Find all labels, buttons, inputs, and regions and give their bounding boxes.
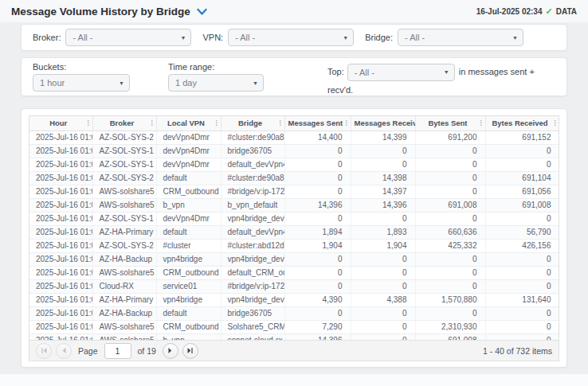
table-body: 2025-Jul-16 01:00AZ-SOL-SYS-2devVpn4Dmr#… [29,131,559,340]
table-cell: 426,156 [485,239,559,252]
column-menu-icon[interactable]: ⋮ [149,119,155,127]
table-cell: default_devVpn4Dmr [221,158,284,171]
table-cell: 691,152 [485,131,559,144]
column-header-label: Hour [49,119,67,127]
column-menu-icon[interactable]: ⋮ [85,119,91,127]
table-cell: vpn4bridge [156,252,221,266]
next-page-button[interactable] [163,343,178,359]
table-cell: 0 [284,306,351,320]
table-cell: 2025-Jul-16 01:00 [29,293,92,306]
previous-page-button[interactable] [56,343,72,359]
table-row[interactable]: 2025-Jul-16 01:00AWS-solshare5CRM_outbou… [29,266,559,279]
table-cell: 2025-Jul-16 01:00 [29,198,92,212]
table-row[interactable]: 2025-Jul-16 01:00AZ-SOL-SYS-1devVpn4Dmrv… [29,212,559,225]
table-cell: #cluster:abd12d5faf6 [221,239,284,252]
table-row[interactable]: 2025-Jul-16 01:00AZ-SOL-SYS-1devVpn4Dmrb… [29,144,559,158]
table-cell: 2025-Jul-16 01:00 [29,333,92,340]
column-header-local-vpn[interactable]: Local VPN⋮ [156,116,221,131]
table-row[interactable]: 2025-Jul-16 01:00AZ-SOL-SYS-1devVpn4Dmrd… [29,158,559,171]
table-cell: 691,008 [415,333,485,340]
table-cell: connet-cloud-rx [221,333,284,340]
buckets-dropdown[interactable]: 1 hour ▼ [33,74,130,92]
table-cell: 1,904 [284,239,351,252]
table-cell: AZ-HA-Primary [92,293,156,306]
table-cell: 14,400 [284,131,351,144]
table-row[interactable]: 2025-Jul-16 01:00AZ-HA-Backupvpn4bridgev… [29,252,559,266]
table-cell: devVpn4Dmr [156,131,221,144]
table-cell: 14,398 [351,171,415,185]
title-bar: Message Volume History by Bridge 16-Jul-… [0,0,588,22]
vpn-dropdown[interactable]: - All - ▼ [228,29,354,46]
table-cell: 2025-Jul-16 01:00 [29,306,92,320]
table-cell: AZ-SOL-SYS-2 [92,171,156,185]
table-cell: AZ-HA-Backup [92,306,156,320]
table-row[interactable]: 2025-Jul-16 01:00AWS-solshare5b_vpnconne… [29,333,559,340]
table-cell: AWS-solshare5 [92,185,156,198]
table-row[interactable]: 2025-Jul-16 01:00AZ-HA-Primarydefaultdef… [29,225,559,239]
table-row[interactable]: 2025-Jul-16 01:00AZ-HA-Primaryvpn4bridge… [29,293,559,306]
page-number-input[interactable] [104,343,131,359]
dropdown-arrow-icon: ▼ [512,35,518,41]
column-menu-icon[interactable]: ⋮ [343,119,349,127]
column-header-messages-sent[interactable]: Messages Sent⋮ [284,116,351,131]
table-cell: devVpn4Dmr [156,158,221,171]
table-row[interactable]: 2025-Jul-16 01:00Cloud-RXservice01#bridg… [29,279,559,293]
column-header-label: Local VPN [167,119,205,127]
grid-scroll-area[interactable]: Hour⋮Broker⋮Local VPN⋮Bridge⋮Messages Se… [29,116,559,340]
top-label: Top: [327,67,344,76]
chevron-down-icon[interactable] [197,8,207,16]
table-cell: 7,290 [284,320,351,333]
bridge-dropdown[interactable]: - All - ▼ [398,29,523,46]
table-cell: default_CRM_outbound [221,266,284,279]
data-grid: Hour⋮Broker⋮Local VPN⋮Bridge⋮Messages Se… [29,115,559,361]
table-cell: 0 [351,306,415,320]
table-row[interactable]: 2025-Jul-16 01:00AZ-SOL-SYS-2devVpn4Dmr#… [29,131,559,144]
filter-panel-options: Buckets: 1 hour ▼ Time range: 1 day ▼ To… [21,57,567,96]
column-menu-icon[interactable]: ⋮ [478,119,484,127]
column-menu-icon[interactable]: ⋮ [214,119,219,127]
table-cell: 2,310,930 [415,320,485,333]
column-header-hour[interactable]: Hour⋮ [29,116,92,131]
broker-dropdown[interactable]: - All - ▼ [65,29,191,46]
table-cell: 14,396 [284,198,351,212]
table-cell: 4,390 [284,293,351,306]
top-dropdown[interactable]: - All - ▼ [347,64,455,81]
table-cell: 0 [415,212,485,225]
filter-panel-top: Broker: - All - ▼ VPN: - All - ▼ Bridge:… [21,24,567,51]
table-cell: 0 [284,185,351,198]
buckets-label: Buckets: [33,62,168,72]
table-cell: 0 [485,306,559,320]
column-header-bridge[interactable]: Bridge⋮ [221,116,284,131]
table-cell: vpn4bridge_devVpn4Dmr [221,293,284,306]
table-cell: 1,570,880 [415,293,485,306]
table-cell: 0 [485,212,559,225]
table-cell: AZ-HA-Backup [92,252,156,266]
column-header-bytes-sent[interactable]: Bytes Sent⋮ [415,116,485,131]
table-row[interactable]: 2025-Jul-16 01:00AZ-SOL-SYS-2default#clu… [29,171,559,185]
dropdown-arrow-icon: ▼ [181,35,186,41]
column-header-broker[interactable]: Broker⋮ [92,116,156,131]
table-cell: 2025-Jul-16 01:00 [29,185,92,198]
column-header-messages-received[interactable]: Messages Received⋮ [351,116,415,131]
time-range-dropdown[interactable]: 1 day ▼ [168,74,264,92]
table-cell: 2025-Jul-16 01:00 [29,320,92,333]
table-row[interactable]: 2025-Jul-16 01:00AZ-HA-Backupdefaultbrid… [29,306,559,320]
column-header-bytes-received[interactable]: Bytes Received⋮ [485,116,559,131]
table-cell: CRM_outbound [156,266,221,279]
table-row[interactable]: 2025-Jul-16 01:00AWS-solshare5b_vpnb_vpn… [29,198,559,212]
first-page-button[interactable] [36,343,52,359]
table-cell: 14,397 [351,185,415,198]
column-menu-icon[interactable]: ⋮ [277,119,283,127]
last-page-button[interactable] [182,343,198,359]
table-cell: 0 [415,266,485,279]
table-cell: 0 [284,212,351,225]
table-row[interactable]: 2025-Jul-16 01:00AWS-solshare5CRM_outbou… [29,185,559,198]
column-header-label: Bridge [238,119,262,127]
column-menu-icon[interactable]: ⋮ [408,119,414,127]
table-row[interactable]: 2025-Jul-16 01:00AWS-solshare5CRM_outbou… [29,320,559,333]
table-cell: AZ-SOL-SYS-1 [92,158,156,171]
bridge-label: Bridge: [365,33,393,42]
table-row[interactable]: 2025-Jul-16 01:00AZ-SOL-SYS-2#cluster#cl… [29,239,559,252]
dropdown-arrow-icon: ▼ [119,80,124,86]
column-menu-icon[interactable]: ⋮ [552,119,558,127]
